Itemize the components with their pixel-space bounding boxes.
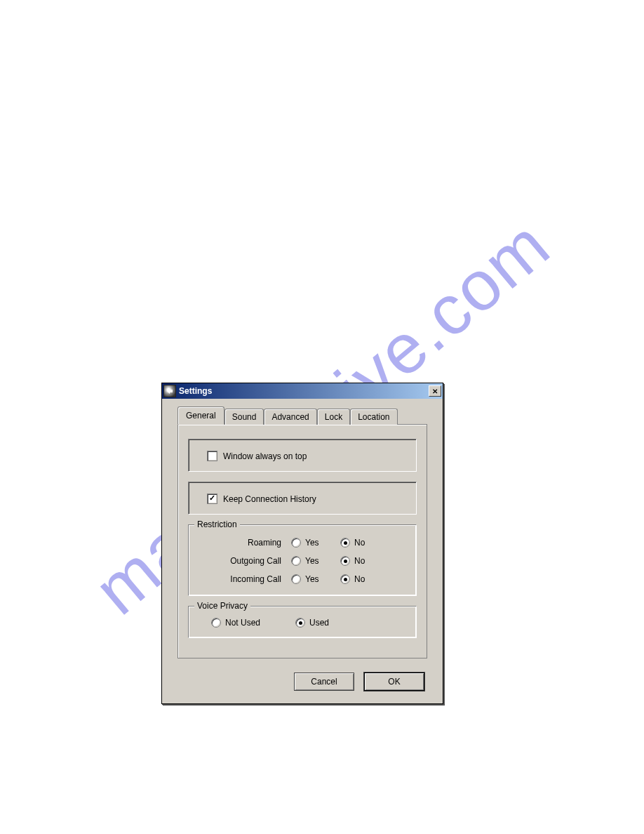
voice-privacy-legend: Voice Privacy xyxy=(194,601,250,611)
restriction-group: Restriction Roaming Yes No Outgoing Call xyxy=(188,524,417,596)
incoming-no-option[interactable]: No xyxy=(340,574,389,584)
keep-history-label: Keep Connection History xyxy=(223,494,316,504)
roaming-no-label: No xyxy=(354,538,365,548)
incoming-no-label: No xyxy=(354,574,365,584)
restriction-incoming-label: Incoming Call xyxy=(197,574,291,584)
dialog-title: Settings xyxy=(179,386,429,396)
tab-lock[interactable]: Lock xyxy=(317,409,350,425)
close-button[interactable]: ✕ xyxy=(429,385,441,397)
vp-used-label: Used xyxy=(309,618,329,628)
voice-privacy-row: Not Used Used xyxy=(197,615,408,630)
window-on-top-checkbox[interactable] xyxy=(207,451,217,461)
dialog-button-row: Cancel OK xyxy=(177,673,427,691)
keep-history-group: Keep Connection History xyxy=(188,482,417,515)
tab-row: General Sound Advanced Lock Location xyxy=(177,406,427,424)
tab-location[interactable]: Location xyxy=(350,409,397,425)
outgoing-no-label: No xyxy=(354,556,365,566)
tab-general[interactable]: General xyxy=(177,406,224,425)
window-on-top-group: Window always on top xyxy=(188,439,417,472)
restriction-roaming-label: Roaming xyxy=(197,538,291,548)
keep-history-checkbox[interactable] xyxy=(207,494,217,504)
app-icon xyxy=(163,385,176,397)
tab-advanced[interactable]: Advanced xyxy=(264,409,316,425)
roaming-yes-option[interactable]: Yes xyxy=(291,538,340,548)
vp-used-radio[interactable] xyxy=(295,618,305,628)
incoming-yes-option[interactable]: Yes xyxy=(291,574,340,584)
outgoing-no-radio[interactable] xyxy=(340,556,350,566)
outgoing-yes-label: Yes xyxy=(305,556,319,566)
restriction-row-roaming: Roaming Yes No xyxy=(197,534,408,552)
vp-used-option[interactable]: Used xyxy=(295,618,380,628)
restriction-row-outgoing: Outgoing Call Yes No xyxy=(197,552,408,570)
window-on-top-row[interactable]: Window always on top xyxy=(197,448,408,464)
keep-history-row[interactable]: Keep Connection History xyxy=(197,491,408,507)
outgoing-no-option[interactable]: No xyxy=(340,556,389,566)
roaming-yes-label: Yes xyxy=(305,538,319,548)
incoming-no-radio[interactable] xyxy=(340,574,350,584)
ok-button[interactable]: OK xyxy=(364,673,424,691)
restriction-legend: Restriction xyxy=(194,519,240,529)
roaming-no-option[interactable]: No xyxy=(340,538,389,548)
cancel-button[interactable]: Cancel xyxy=(294,673,354,691)
incoming-yes-radio[interactable] xyxy=(291,574,301,584)
window-on-top-label: Window always on top xyxy=(223,451,307,461)
roaming-no-radio[interactable] xyxy=(340,538,350,548)
tab-panel-general: Window always on top Keep Connection His… xyxy=(177,424,427,658)
close-icon: ✕ xyxy=(432,388,438,395)
voice-privacy-group: Voice Privacy Not Used Used xyxy=(188,606,417,638)
vp-not-used-option[interactable]: Not Used xyxy=(211,618,295,628)
restriction-row-incoming: Incoming Call Yes No xyxy=(197,570,408,588)
dialog-body: General Sound Advanced Lock Location Win… xyxy=(162,399,443,703)
vp-not-used-label: Not Used xyxy=(225,618,260,628)
roaming-yes-radio[interactable] xyxy=(291,538,301,548)
outgoing-yes-option[interactable]: Yes xyxy=(291,556,340,566)
settings-dialog: Settings ✕ General Sound Advanced Lock L… xyxy=(161,383,443,704)
restriction-outgoing-label: Outgoing Call xyxy=(197,556,291,566)
titlebar[interactable]: Settings ✕ xyxy=(162,383,443,399)
vp-not-used-radio[interactable] xyxy=(211,618,221,628)
outgoing-yes-radio[interactable] xyxy=(291,556,301,566)
incoming-yes-label: Yes xyxy=(305,574,319,584)
tab-sound[interactable]: Sound xyxy=(224,409,264,425)
